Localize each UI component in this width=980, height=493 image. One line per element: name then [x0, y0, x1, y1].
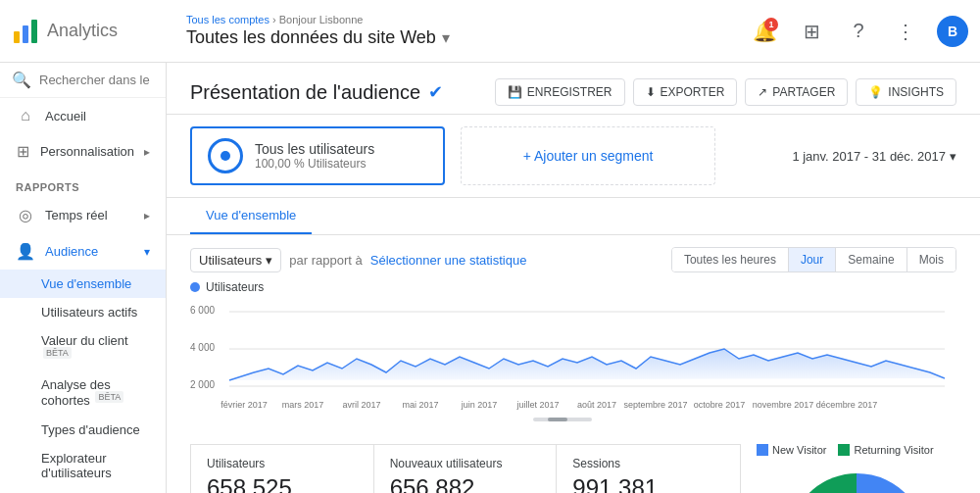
svg-text:4 000: 4 000 [190, 342, 215, 353]
more-options-button[interactable]: ⋮ [890, 16, 921, 47]
sidebar-item-accueil[interactable]: ⌂ Accueil [0, 98, 166, 133]
segment-name: Tous les utilisateurs [255, 141, 374, 157]
sidebar-item-temps-reel[interactable]: ◎ Temps réel ▸ [0, 197, 166, 233]
notification-badge: 1 [764, 18, 778, 31]
line-chart-svg: 6 000 4 000 2 000 [190, 302, 945, 429]
help-button[interactable]: ? [843, 16, 874, 47]
time-buttons: Toutes les heures Jour Semaine Mois [671, 247, 956, 272]
expand-icon: ▸ [144, 209, 150, 222]
tabs-bar: Vue d'ensemble [167, 198, 980, 235]
add-segment-button[interactable]: + Ajouter un segment [461, 126, 715, 185]
content-area: Présentation de l'audience ✔ 💾 ENREGISTR… [167, 63, 980, 493]
notifications-button[interactable]: 🔔 1 [749, 16, 780, 47]
enregistrer-button[interactable]: 💾 ENREGISTRER [495, 78, 625, 106]
sidebar-item-personnalisation[interactable]: ⊞ Personnalisation ▸ [0, 133, 166, 170]
pie-chart-svg: 79,6% 20,4% [778, 464, 935, 493]
sidebar-sub-item-donnees-demographiques[interactable]: Données démographiques [0, 487, 166, 493]
breadcrumb-top: Tous les comptes › Bonjour Lisbonne [186, 14, 749, 25]
site-selector-chevron-icon: ▾ [442, 28, 450, 47]
svg-text:août 2017: août 2017 [577, 400, 616, 410]
sidebar-item-audience[interactable]: 👤 Audience ▾ [0, 233, 166, 270]
chart-controls: Utilisateurs ▾ par rapport à Sélectionne… [167, 235, 980, 280]
pie-legend-returning-visitor: Returning Visitor [838, 444, 933, 456]
chart-area: Utilisateurs 6 000 4 000 2 000 [167, 280, 980, 444]
header-icons: 🔔 1 ⊞ ? ⋮ B [749, 16, 968, 47]
customization-icon: ⊞ [16, 142, 30, 161]
returning-visitor-color [838, 444, 850, 456]
avatar[interactable]: B [937, 16, 968, 47]
new-visitor-color [757, 444, 768, 456]
legend-label: Utilisateurs [206, 280, 264, 294]
sidebar: 🔍 ⌂ Accueil ⊞ Personnalisation ▸ RAPPORT… [0, 63, 167, 493]
pie-legend-new-visitor: New Visitor [757, 444, 826, 456]
sidebar-item-label: Temps réel [45, 208, 108, 222]
sidebar-item-label: Audience [45, 244, 98, 259]
date-range-selector[interactable]: 1 janv. 2017 - 31 déc. 2017 ▾ [792, 149, 956, 164]
page-title-row: Présentation de l'audience ✔ [190, 81, 443, 104]
share-icon: ↗ [758, 85, 767, 99]
metrics-grid: Utilisateurs 658 525 Nouveaux utilisateu… [190, 444, 741, 493]
time-btn-mois[interactable]: Mois [907, 248, 956, 271]
svg-text:février 2017: février 2017 [220, 400, 268, 410]
chart-legend: Utilisateurs [190, 280, 956, 294]
site-selector[interactable]: Toutes les données du site Web ▾ [186, 27, 749, 48]
search-input[interactable] [39, 73, 154, 87]
add-segment-label: + Ajouter un segment [523, 148, 654, 164]
chart-svg-container: 6 000 4 000 2 000 [190, 302, 956, 432]
sidebar-sub-item-vue-densemble[interactable]: Vue d'ensemble [0, 270, 166, 298]
exporter-button[interactable]: ⬇ EXPORTER [633, 78, 738, 106]
metric-dropdown[interactable]: Utilisateurs ▾ [190, 248, 281, 272]
sidebar-sub-item-types-audience[interactable]: Types d'audience [0, 416, 166, 444]
segment-info: Tous les utilisateurs 100,00 % Utilisate… [255, 141, 374, 171]
metric-card-utilisateurs: Utilisateurs 658 525 [191, 445, 374, 493]
all-users-segment: Tous les utilisateurs 100,00 % Utilisate… [190, 126, 445, 185]
svg-rect-1 [23, 25, 28, 43]
sidebar-sub-item-explorateur-utilisateurs[interactable]: Explorateur d'utilisateurs [0, 444, 166, 487]
sidebar-sub-item-valeur-client[interactable]: Valeur du client BÊTA [0, 326, 166, 370]
sidebar-item-label: Personnalisation [40, 144, 134, 159]
add-metric-link[interactable]: Sélectionner une statistique [370, 253, 527, 268]
pie-legend: New Visitor Returning Visitor [757, 444, 934, 456]
insights-button[interactable]: 💡 INSIGHTS [856, 78, 956, 106]
metric-value: 658 525 [207, 474, 358, 493]
svg-rect-0 [14, 31, 20, 43]
time-btn-all-hours[interactable]: Toutes les heures [672, 248, 789, 271]
verified-icon: ✔ [428, 81, 443, 103]
time-btn-jour[interactable]: Jour [789, 248, 836, 271]
sidebar-sub-item-utilisateurs-actifs[interactable]: Utilisateurs actifs [0, 298, 166, 326]
apps-button[interactable]: ⊞ [796, 16, 827, 47]
partager-button[interactable]: ↗ PARTAGER [745, 78, 848, 106]
sidebar-sub-item-analyse-cohortes[interactable]: Analyse des cohortes BÊTA [0, 370, 166, 415]
sidebar-item-label: Accueil [45, 109, 86, 123]
main-layout: 🔍 ⌂ Accueil ⊞ Personnalisation ▸ RAPPORT… [0, 63, 980, 493]
svg-text:2 000: 2 000 [190, 379, 215, 390]
metric-label: Utilisateurs [199, 253, 262, 268]
new-visitor-label: New Visitor [772, 444, 826, 456]
realtime-icon: ◎ [16, 206, 35, 224]
action-label: ENREGISTRER [527, 85, 612, 99]
metric-card-nouveaux-utilisateurs: Nouveaux utilisateurs 656 882 [374, 445, 558, 493]
svg-rect-2 [31, 20, 37, 43]
time-btn-semaine[interactable]: Semaine [836, 248, 906, 271]
collapse-icon: ▾ [144, 245, 150, 259]
segment-circle-dot [220, 151, 230, 161]
segment-area: Tous les utilisateurs 100,00 % Utilisate… [167, 115, 980, 198]
tab-vue-densemble[interactable]: Vue d'ensemble [190, 198, 312, 234]
svg-text:avril 2017: avril 2017 [342, 400, 380, 410]
date-chevron-icon: ▾ [950, 149, 956, 164]
legend-dot-icon [190, 282, 200, 292]
site-selector-label: Toutes les données du site Web [186, 27, 436, 48]
metrics-right: New Visitor Returning Visitor [741, 444, 956, 493]
svg-text:juillet 2017: juillet 2017 [515, 400, 559, 410]
save-icon: 💾 [508, 85, 522, 99]
page-actions: 💾 ENREGISTRER ⬇ EXPORTER ↗ PARTAGER 💡 IN… [495, 78, 956, 106]
page-header: Présentation de l'audience ✔ 💾 ENREGISTR… [167, 63, 980, 115]
metric-name: Utilisateurs [207, 457, 358, 470]
analytics-logo-icon [12, 18, 39, 45]
breadcrumb-parent-link[interactable]: Tous les comptes [186, 14, 270, 25]
search-icon: 🔍 [12, 71, 31, 89]
metric-card-sessions: Sessions 991 381 [557, 445, 740, 493]
segment-circle-icon [208, 138, 243, 173]
svg-text:mars 2017: mars 2017 [282, 400, 324, 410]
svg-text:juin 2017: juin 2017 [461, 400, 498, 410]
